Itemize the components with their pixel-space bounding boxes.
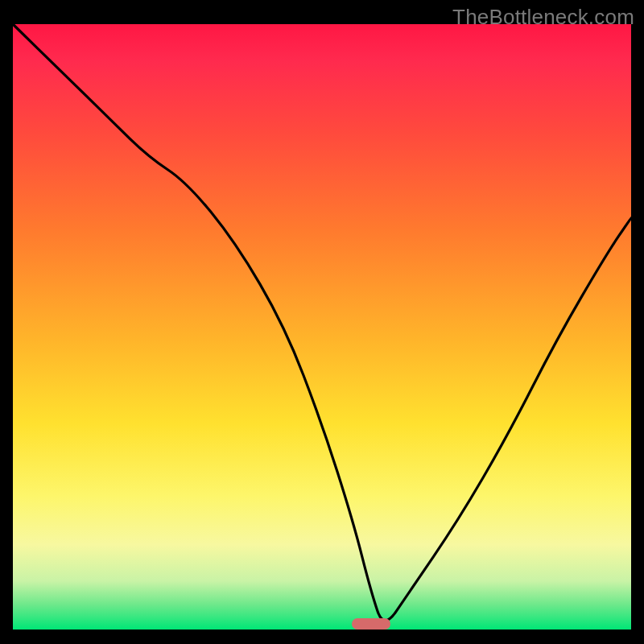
bottleneck-curve xyxy=(13,24,631,630)
minimum-marker xyxy=(352,618,390,630)
chart-stage: TheBottleneck.com xyxy=(0,0,644,644)
curve-path xyxy=(13,24,631,621)
